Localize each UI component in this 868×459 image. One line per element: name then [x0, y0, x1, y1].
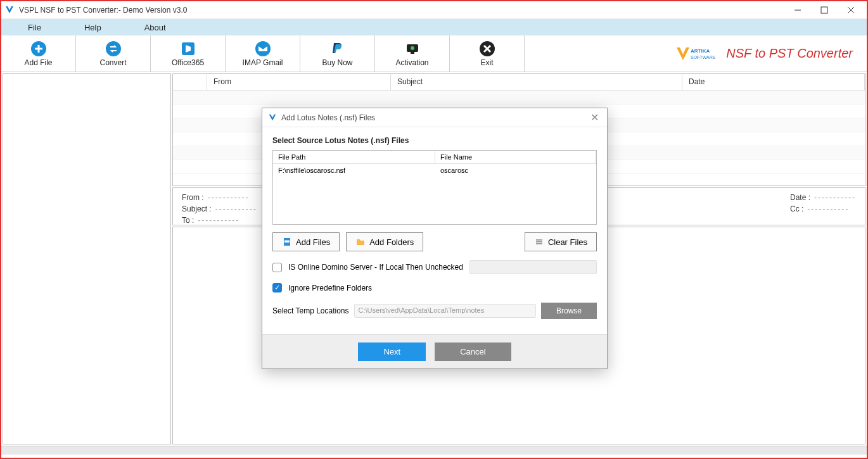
convert-icon: [105, 41, 122, 57]
dialog-close-button[interactable]: ✕: [587, 110, 602, 125]
ignore-folders-label: Ignore Predefine Folders: [288, 284, 372, 292]
office365-button[interactable]: Office365: [151, 35, 226, 72]
detail-subject-label: Subject :: [182, 204, 212, 213]
detail-subject-value: -----------: [215, 204, 257, 213]
dialog-heading: Select Source Lotus Notes (.nsf) Files: [272, 136, 597, 145]
svg-rect-16: [284, 241, 290, 242]
svg-rect-1: [821, 7, 827, 13]
menu-file[interactable]: File: [6, 20, 63, 35]
dialog-title-text: Add Lotus Notes (.nsf) Files: [281, 113, 375, 122]
file-col-path[interactable]: File Path: [273, 151, 435, 163]
svg-text:SOFTWARE: SOFTWARE: [691, 55, 716, 60]
svg-text:ARTIKA: ARTIKA: [691, 48, 710, 54]
menubar: File Help About: [1, 19, 867, 35]
add-files-button[interactable]: Add Files: [272, 232, 340, 251]
file-table[interactable]: File Path File Name F:\nsffile\oscarosc.…: [272, 150, 597, 225]
clear-files-label: Clear Files: [548, 237, 587, 247]
domino-checkbox[interactable]: [272, 263, 282, 272]
domino-label: IS Online Domino Server - If Local Then …: [288, 263, 463, 272]
detail-cc-value: -----------: [807, 204, 849, 213]
grid-col-subject[interactable]: Subject: [391, 74, 682, 90]
detail-date-value: -----------: [814, 193, 856, 202]
add-folders-label: Add Folders: [369, 237, 414, 247]
activation-label: Activation: [395, 58, 428, 67]
detail-date-label: Date :: [790, 193, 810, 202]
toolbar: Add File Convert Office365 IMAP Gmail Bu…: [1, 35, 867, 72]
temp-path-input[interactable]: C:\Users\ved\AppData\Local\Temp\notes: [354, 304, 536, 318]
brand-text: NSF to PST Converter: [726, 46, 853, 61]
ignore-folders-checkbox[interactable]: [272, 283, 282, 292]
dialog-titlebar: Add Lotus Notes (.nsf) Files ✕: [262, 108, 607, 127]
buy-now-label: Buy Now: [322, 58, 352, 67]
add-file-button[interactable]: Add File: [1, 35, 76, 72]
detail-to-label: To :: [182, 216, 194, 225]
browse-button[interactable]: Browse: [541, 303, 597, 319]
maximize-button[interactable]: [811, 2, 838, 18]
add-file-label: Add File: [24, 58, 52, 67]
file-cell-path: F:\nsffile\oscarosc.nsf: [278, 167, 440, 174]
buy-now-button[interactable]: Buy Now: [300, 35, 375, 72]
statusbar: [1, 446, 867, 455]
brand-area: ARTIKASOFTWARE NSF to PST Converter: [660, 35, 867, 72]
dialog-footer: Next Cancel: [262, 334, 607, 368]
exit-button[interactable]: Exit: [450, 35, 525, 72]
add-nsf-dialog: Add Lotus Notes (.nsf) Files ✕ Select So…: [262, 108, 608, 369]
svg-rect-15: [284, 240, 290, 241]
list-icon: [534, 237, 544, 247]
file-cell-name: oscarosc: [440, 167, 468, 174]
close-button[interactable]: [838, 2, 864, 18]
add-folders-button[interactable]: Add Folders: [346, 232, 423, 251]
convert-button[interactable]: Convert: [76, 35, 151, 72]
window-title: VSPL NSF to PST Converter:- Demo Version…: [19, 6, 784, 15]
office365-icon: [180, 41, 196, 57]
detail-from-value: -----------: [208, 193, 250, 202]
convert-label: Convert: [99, 58, 126, 67]
dialog-app-icon: [267, 113, 278, 123]
svg-rect-17: [284, 242, 290, 243]
imap-gmail-button[interactable]: IMAP Gmail: [226, 35, 300, 72]
grid-header: From Subject Date: [173, 74, 865, 91]
folder-icon: [355, 237, 366, 247]
titlebar: VSPL NSF to PST Converter:- Demo Version…: [1, 1, 867, 19]
domino-input[interactable]: [469, 260, 597, 274]
svg-rect-10: [411, 52, 414, 54]
plus-circle-icon: [30, 41, 47, 57]
detail-from-label: From :: [182, 193, 204, 202]
file-row[interactable]: F:\nsffile\oscarosc.nsf oscarosc: [273, 164, 596, 177]
temp-label: Select Temp Locations: [272, 306, 349, 315]
exit-label: Exit: [480, 58, 493, 67]
menu-about[interactable]: About: [123, 20, 188, 35]
grid-col-spacer: [173, 74, 207, 90]
minimize-button[interactable]: [784, 2, 811, 18]
file-col-name[interactable]: File Name: [435, 151, 596, 163]
file-icon: [282, 237, 292, 247]
gmail-icon: [255, 41, 271, 57]
add-files-label: Add Files: [296, 237, 330, 247]
activation-button[interactable]: Activation: [375, 35, 450, 72]
table-row: [173, 91, 865, 104]
tree-sidebar[interactable]: [3, 73, 171, 444]
activation-icon: [404, 41, 421, 57]
detail-to-value: -----------: [198, 216, 239, 225]
app-icon: [4, 4, 15, 16]
cancel-button[interactable]: Cancel: [435, 343, 511, 361]
clear-files-button[interactable]: Clear Files: [525, 232, 597, 251]
imap-gmail-label: IMAP Gmail: [243, 58, 283, 67]
grid-col-from[interactable]: From: [207, 74, 391, 90]
detail-cc-label: Cc :: [790, 204, 803, 213]
brand-logo: ARTIKASOFTWARE: [674, 44, 720, 64]
exit-icon: [479, 41, 495, 57]
svg-point-9: [411, 46, 414, 50]
svg-point-5: [106, 41, 121, 56]
paypal-icon: [329, 41, 346, 57]
grid-col-date[interactable]: Date: [682, 74, 865, 90]
menu-help[interactable]: Help: [63, 20, 123, 35]
next-button[interactable]: Next: [358, 343, 426, 361]
svg-point-7: [255, 41, 271, 56]
office365-label: Office365: [172, 58, 204, 67]
